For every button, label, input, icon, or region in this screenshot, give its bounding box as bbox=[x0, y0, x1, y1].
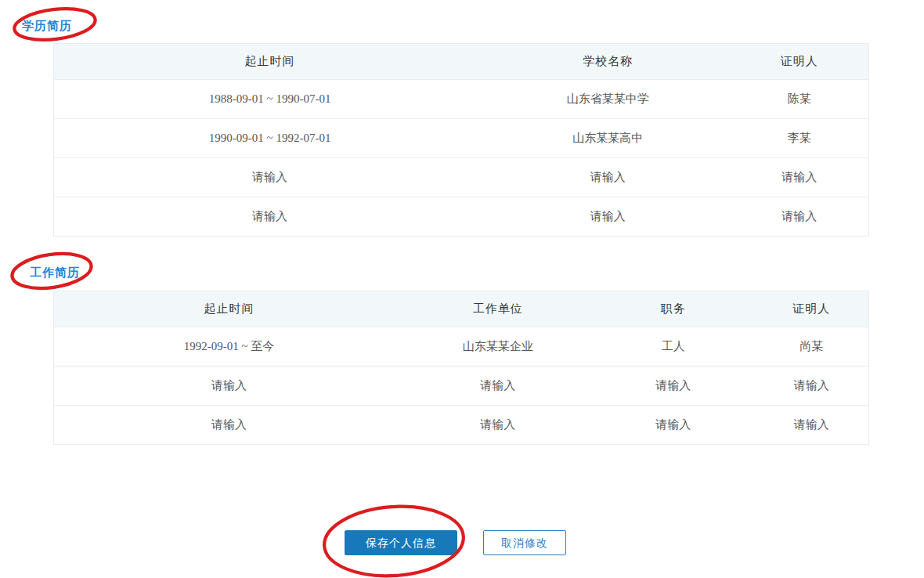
education-cell-period[interactable]: 1988-09-01 ~ 1990-07-01 bbox=[54, 80, 486, 119]
table-row: 1988-09-01 ~ 1990-07-01 山东省某某中学 陈某 bbox=[54, 80, 869, 119]
work-input-period[interactable]: 请输入 bbox=[54, 406, 405, 445]
table-row: 请输入 请输入 请输入 bbox=[54, 158, 869, 197]
profile-edit-page: 学历简历 起止时间 学校名称 证明人 1988-09-01 ~ 1990-07-… bbox=[0, 0, 924, 578]
work-section-title: 工作简历 bbox=[30, 266, 80, 280]
education-section-title: 学历简历 bbox=[22, 19, 72, 34]
form-actions: 保存个人信息 取消修改 bbox=[345, 530, 566, 555]
work-input-witness[interactable]: 请输入 bbox=[755, 406, 869, 445]
work-table: 起止时间 工作单位 职务 证明人 1992-09-01 ~ 至今 山东某某企业 … bbox=[53, 291, 869, 445]
table-row: 请输入 请输入 请输入 请输入 bbox=[54, 406, 869, 445]
work-header-employer: 工作单位 bbox=[404, 291, 591, 327]
education-header-row: 起止时间 学校名称 证明人 bbox=[54, 44, 869, 80]
work-cell-employer[interactable]: 山东某某企业 bbox=[404, 327, 591, 367]
work-header-row: 起止时间 工作单位 职务 证明人 bbox=[54, 291, 869, 327]
work-input-position[interactable]: 请输入 bbox=[592, 406, 755, 445]
cancel-changes-button[interactable]: 取消修改 bbox=[483, 530, 566, 555]
education-cell-witness[interactable]: 李某 bbox=[731, 119, 869, 158]
education-input-witness[interactable]: 请输入 bbox=[731, 197, 869, 237]
education-input-witness[interactable]: 请输入 bbox=[731, 158, 869, 197]
education-table: 起止时间 学校名称 证明人 1988-09-01 ~ 1990-07-01 山东… bbox=[53, 43, 869, 237]
save-profile-button[interactable]: 保存个人信息 bbox=[345, 530, 457, 555]
education-cell-school[interactable]: 山东某某高中 bbox=[485, 119, 730, 158]
table-row: 请输入 请输入 请输入 bbox=[54, 197, 869, 237]
education-cell-period[interactable]: 1990-09-01 ~ 1992-07-01 bbox=[54, 119, 486, 158]
education-input-school[interactable]: 请输入 bbox=[485, 197, 730, 237]
education-cell-school[interactable]: 山东省某某中学 bbox=[485, 80, 730, 119]
education-cell-witness[interactable]: 陈某 bbox=[731, 80, 869, 119]
table-row: 请输入 请输入 请输入 请输入 bbox=[54, 367, 869, 406]
education-header-period: 起止时间 bbox=[54, 44, 486, 80]
work-input-employer[interactable]: 请输入 bbox=[404, 367, 591, 406]
work-cell-position[interactable]: 工人 bbox=[592, 327, 755, 367]
work-cell-witness[interactable]: 尚某 bbox=[755, 327, 869, 367]
education-header-school: 学校名称 bbox=[485, 44, 730, 80]
education-input-school[interactable]: 请输入 bbox=[485, 158, 730, 197]
work-input-employer[interactable]: 请输入 bbox=[404, 406, 591, 445]
work-header-period: 起止时间 bbox=[54, 291, 405, 327]
work-input-period[interactable]: 请输入 bbox=[54, 367, 405, 406]
table-row: 1990-09-01 ~ 1992-07-01 山东某某高中 李某 bbox=[54, 119, 869, 158]
work-input-position[interactable]: 请输入 bbox=[592, 367, 755, 406]
education-header-witness: 证明人 bbox=[731, 44, 869, 80]
work-input-witness[interactable]: 请输入 bbox=[755, 367, 869, 406]
table-row: 1992-09-01 ~ 至今 山东某某企业 工人 尚某 bbox=[54, 327, 869, 367]
work-header-position: 职务 bbox=[592, 291, 755, 327]
education-input-period[interactable]: 请输入 bbox=[54, 197, 486, 237]
work-header-witness: 证明人 bbox=[755, 291, 869, 327]
education-input-period[interactable]: 请输入 bbox=[54, 158, 486, 197]
work-cell-period[interactable]: 1992-09-01 ~ 至今 bbox=[54, 327, 405, 367]
